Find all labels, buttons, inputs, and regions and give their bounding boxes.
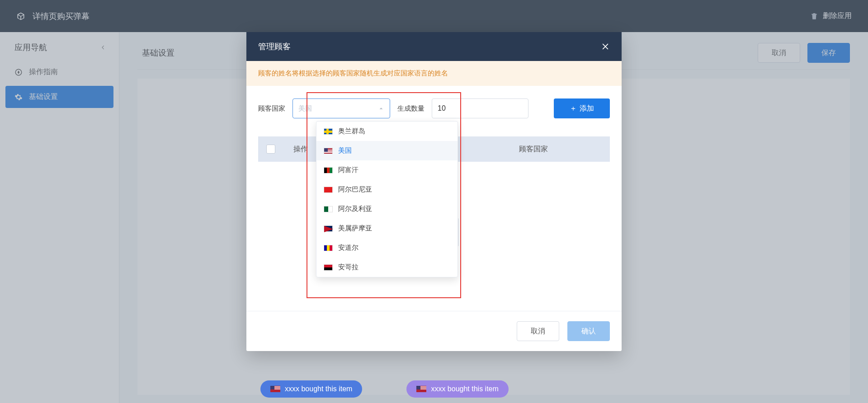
preview-pill-purple: xxxx bought this item <box>406 380 508 398</box>
dropdown-option-angola[interactable]: 安哥拉 <box>316 258 458 277</box>
dropdown-option-andorra[interactable]: 安道尔 <box>316 238 458 258</box>
flag-icon <box>416 386 426 392</box>
select-placeholder: 美国 <box>298 104 312 113</box>
flag-icon <box>324 167 333 173</box>
modal-header: 管理顾客 <box>246 32 622 61</box>
dropdown-option-aland[interactable]: 奥兰群岛 <box>316 122 458 141</box>
form-row: 顾客国家 美国 生成数量 ＋ 添加 <box>258 98 610 118</box>
dropdown-option-algeria[interactable]: 阿尔及利亚 <box>316 199 458 219</box>
add-button-label: 添加 <box>580 104 594 113</box>
dropdown-option-american-samoa[interactable]: 美属萨摩亚 <box>316 219 458 238</box>
flag-icon <box>324 264 333 271</box>
modal-title: 管理顾客 <box>258 41 291 52</box>
preview-pill-blue: xxxx bought this item <box>260 380 362 398</box>
modal-cancel-button[interactable]: 取消 <box>517 321 559 341</box>
flag-icon <box>324 148 333 154</box>
dropdown-option-label: 阿富汗 <box>338 166 359 174</box>
select-all-checkbox[interactable] <box>266 145 275 154</box>
chevron-up-icon <box>378 105 384 112</box>
add-button[interactable]: ＋ 添加 <box>554 98 610 118</box>
pill-text: xxxx bought this item <box>431 385 498 393</box>
modal-footer: 取消 确认 <box>246 311 622 351</box>
country-select[interactable]: 美国 <box>292 98 390 118</box>
modal-confirm-button[interactable]: 确认 <box>567 321 610 341</box>
modal-alert: 顾客的姓名将根据选择的顾客国家随机生成对应国家语言的姓名 <box>246 61 622 86</box>
flag-icon <box>324 206 333 212</box>
dropdown-option-label: 阿尔及利亚 <box>338 205 372 213</box>
flag-icon <box>324 128 333 135</box>
dropdown-option-label: 美属萨摩亚 <box>338 224 372 233</box>
flag-icon <box>324 245 333 251</box>
close-icon[interactable] <box>601 42 610 51</box>
flag-icon <box>270 386 280 392</box>
modal-body: 顾客国家 美国 生成数量 ＋ 添加 奥兰群岛 美国 阿富汗 <box>246 86 622 311</box>
plus-icon: ＋ <box>570 104 577 113</box>
dropdown-option-albania[interactable]: 阿尔巴尼亚 <box>316 180 458 199</box>
dropdown-option-us[interactable]: 美国 <box>316 141 458 160</box>
amount-input[interactable] <box>432 98 528 118</box>
dropdown-option-label: 美国 <box>338 146 352 155</box>
dropdown-option-label: 安哥拉 <box>338 263 359 272</box>
flag-icon <box>324 187 333 193</box>
dropdown-option-label: 安道尔 <box>338 244 359 252</box>
dropdown-option-afghanistan[interactable]: 阿富汗 <box>316 160 458 180</box>
th-customer-country: 顾客国家 <box>465 145 602 154</box>
flag-icon <box>324 225 333 232</box>
preview-pills: xxxx bought this item xxxx bought this i… <box>260 380 527 398</box>
country-dropdown: 奥兰群岛 美国 阿富汗 阿尔巴尼亚 阿尔及利亚 美属萨摩亚 <box>316 121 458 277</box>
manage-customers-modal: 管理顾客 顾客的姓名将根据选择的顾客国家随机生成对应国家语言的姓名 顾客国家 美… <box>246 32 622 351</box>
pill-text: xxxx bought this item <box>285 385 352 393</box>
label-customer-country: 顾客国家 <box>258 104 285 113</box>
dropdown-option-label: 奥兰群岛 <box>338 127 365 136</box>
dropdown-option-label: 阿尔巴尼亚 <box>338 185 372 194</box>
label-generate-amount: 生成数量 <box>397 104 425 113</box>
